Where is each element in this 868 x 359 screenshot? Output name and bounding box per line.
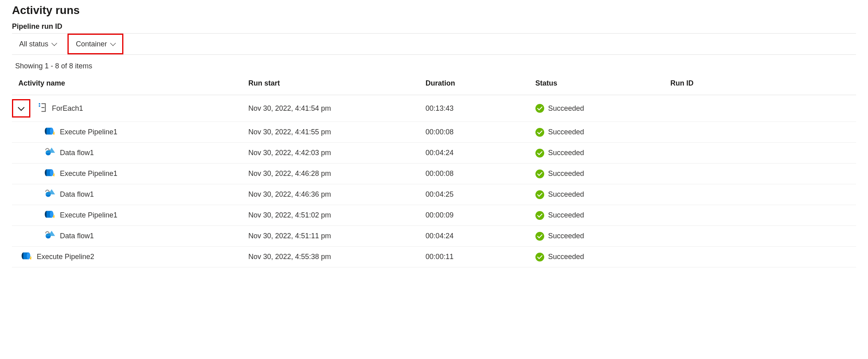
status-text: Succeeded bbox=[548, 149, 584, 157]
run-start: Nov 30, 2022, 4:46:36 pm bbox=[248, 184, 426, 205]
pipeline-icon bbox=[44, 168, 56, 180]
foreach-icon bbox=[38, 102, 48, 115]
table-row[interactable]: ForEach1Nov 30, 2022, 4:41:54 pm00:13:43… bbox=[12, 95, 856, 122]
success-icon bbox=[535, 211, 544, 220]
dataflow-icon bbox=[44, 147, 56, 159]
activity-name: Data flow1 bbox=[60, 149, 94, 157]
success-icon bbox=[535, 149, 544, 158]
col-header-activity-name[interactable]: Activity name bbox=[12, 74, 248, 95]
svg-point-7 bbox=[50, 169, 54, 176]
dataflow-icon bbox=[44, 230, 56, 242]
activity-name: ForEach1 bbox=[52, 104, 83, 113]
svg-rect-1 bbox=[39, 105, 40, 106]
run-id bbox=[670, 122, 856, 143]
activity-name: Data flow1 bbox=[60, 232, 94, 240]
pipeline-icon bbox=[44, 126, 56, 138]
run-start: Nov 30, 2022, 4:51:02 pm bbox=[248, 205, 426, 226]
svg-rect-0 bbox=[39, 103, 40, 104]
success-icon bbox=[535, 253, 544, 261]
table-header-row: Activity name Run start Duration Status … bbox=[12, 74, 856, 95]
activity-name: Execute Pipeline1 bbox=[60, 211, 117, 219]
pipeline-icon bbox=[21, 251, 33, 263]
filter-bar: All status Container bbox=[12, 33, 856, 55]
success-icon bbox=[535, 104, 544, 113]
success-icon bbox=[535, 232, 544, 241]
run-id bbox=[670, 205, 856, 226]
table-row[interactable]: Execute Pipeline1Nov 30, 2022, 4:51:02 p… bbox=[12, 205, 856, 226]
run-start: Nov 30, 2022, 4:51:11 pm bbox=[248, 226, 426, 247]
status-text: Succeeded bbox=[548, 253, 584, 261]
dataflow-icon bbox=[44, 188, 56, 201]
run-id bbox=[670, 143, 856, 164]
duration: 00:04:25 bbox=[426, 184, 535, 205]
pipeline-icon bbox=[44, 209, 56, 221]
filter-status-dropdown[interactable]: All status bbox=[12, 34, 63, 54]
chevron-down-icon bbox=[18, 104, 25, 111]
expand-toggle[interactable] bbox=[12, 99, 30, 118]
success-icon bbox=[535, 170, 544, 178]
table-row[interactable]: Data flow1Nov 30, 2022, 4:46:36 pm00:04:… bbox=[12, 184, 856, 205]
run-id bbox=[670, 184, 856, 205]
status-text: Succeeded bbox=[548, 211, 584, 219]
svg-point-15 bbox=[27, 252, 30, 259]
duration: 00:00:11 bbox=[426, 247, 535, 267]
table-row[interactable]: Execute Pipeline1Nov 30, 2022, 4:41:55 p… bbox=[12, 122, 856, 143]
activity-name: Execute Pipeline1 bbox=[60, 128, 117, 136]
result-count: Showing 1 - 8 of 8 items bbox=[12, 55, 856, 74]
run-start: Nov 30, 2022, 4:41:54 pm bbox=[248, 95, 426, 122]
activity-runs-table: Activity name Run start Duration Status … bbox=[12, 74, 856, 267]
filter-container-label: Container bbox=[76, 40, 107, 48]
run-start: Nov 30, 2022, 4:55:38 pm bbox=[248, 247, 426, 267]
duration: 00:04:24 bbox=[426, 226, 535, 247]
success-icon bbox=[535, 190, 544, 199]
svg-point-11 bbox=[50, 211, 54, 217]
chevron-down-icon bbox=[110, 40, 116, 46]
run-start: Nov 30, 2022, 4:41:55 pm bbox=[248, 122, 426, 143]
page-title: Activity runs bbox=[12, 4, 856, 17]
success-icon bbox=[535, 128, 544, 137]
col-header-run-id[interactable]: Run ID bbox=[670, 74, 856, 95]
status-text: Succeeded bbox=[548, 104, 584, 113]
run-id bbox=[670, 164, 856, 184]
duration: 00:04:24 bbox=[426, 143, 535, 164]
table-row[interactable]: Data flow1Nov 30, 2022, 4:42:03 pm00:04:… bbox=[12, 143, 856, 164]
activity-name: Execute Pipeline2 bbox=[37, 253, 94, 261]
svg-point-3 bbox=[50, 128, 54, 134]
col-header-status[interactable]: Status bbox=[535, 74, 670, 95]
status-text: Succeeded bbox=[548, 190, 584, 199]
col-header-duration[interactable]: Duration bbox=[426, 74, 535, 95]
col-header-run-start[interactable]: Run start bbox=[248, 74, 426, 95]
run-id bbox=[670, 247, 856, 267]
run-id bbox=[670, 95, 856, 122]
run-id bbox=[670, 226, 856, 247]
chevron-down-icon bbox=[52, 40, 57, 46]
run-start: Nov 30, 2022, 4:46:28 pm bbox=[248, 164, 426, 184]
activity-name: Data flow1 bbox=[60, 190, 94, 199]
status-text: Succeeded bbox=[548, 170, 584, 178]
duration: 00:00:08 bbox=[426, 164, 535, 184]
filter-status-label: All status bbox=[19, 40, 48, 48]
status-text: Succeeded bbox=[548, 232, 584, 240]
duration: 00:13:43 bbox=[426, 95, 535, 122]
duration: 00:00:09 bbox=[426, 205, 535, 226]
subtitle-pipeline-run-id: Pipeline run ID bbox=[12, 22, 856, 31]
run-start: Nov 30, 2022, 4:42:03 pm bbox=[248, 143, 426, 164]
filter-container-dropdown[interactable]: Container bbox=[67, 34, 123, 54]
duration: 00:00:08 bbox=[426, 122, 535, 143]
table-row[interactable]: Execute Pipeline1Nov 30, 2022, 4:46:28 p… bbox=[12, 164, 856, 184]
table-row[interactable]: Data flow1Nov 30, 2022, 4:51:11 pm00:04:… bbox=[12, 226, 856, 247]
table-row[interactable]: Execute Pipeline2Nov 30, 2022, 4:55:38 p… bbox=[12, 247, 856, 267]
status-text: Succeeded bbox=[548, 128, 584, 136]
activity-name: Execute Pipeline1 bbox=[60, 170, 117, 178]
